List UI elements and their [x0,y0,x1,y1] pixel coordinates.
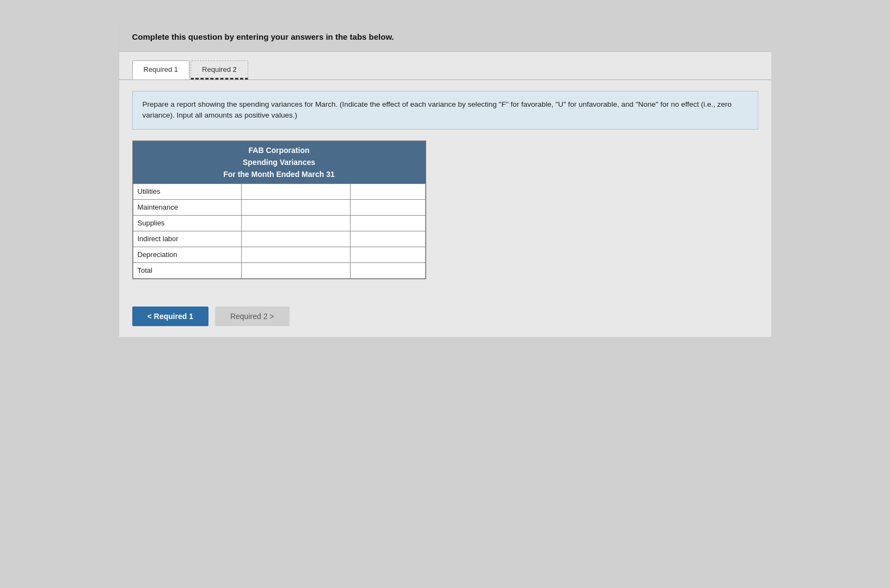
required2-button[interactable]: Required 2 [215,307,290,326]
maintenance-variance-cell[interactable] [351,199,425,215]
instruction-text: Complete this question by entering your … [132,32,758,41]
report-title1: FAB Corporation [133,144,426,156]
indirect-labor-amount-cell[interactable] [242,231,351,247]
indirect-labor-amount-input[interactable] [242,231,350,247]
report-header: FAB Corporation Spending Variances For t… [133,141,426,183]
report-table: Utilities Maintenance [133,183,426,279]
indirect-labor-variance-input[interactable] [351,231,425,247]
table-row: Maintenance [133,199,425,215]
report-table-wrapper: FAB Corporation Spending Variances For t… [132,140,426,279]
main-container: Complete this question by entering your … [119,22,772,338]
report-title3: For the Month Ended March 31 [133,168,426,180]
maintenance-variance-input[interactable] [351,200,425,215]
row-label-depreciation: Depreciation [133,247,242,262]
maintenance-amount-cell[interactable] [242,199,351,215]
supplies-variance-input[interactable] [351,216,425,231]
depreciation-variance-cell[interactable] [351,247,425,262]
total-amount-cell[interactable] [242,262,351,278]
supplies-amount-input[interactable] [242,216,350,231]
description-text: Prepare a report showing the spending va… [143,100,732,119]
supplies-amount-cell[interactable] [242,215,351,231]
depreciation-amount-input[interactable] [242,247,350,262]
required1-button[interactable]: Required 1 [132,307,208,326]
row-label-indirect-labor: Indirect labor [133,231,242,247]
content-area: Prepare a report showing the spending va… [119,80,771,337]
row-label-supplies: Supplies [133,215,242,231]
supplies-variance-cell[interactable] [351,215,425,231]
utilities-amount-input[interactable] [242,184,350,199]
total-variance-cell[interactable] [351,262,425,278]
tabs-row: Required 1 Required 2 [119,52,771,80]
report-title2: Spending Variances [133,156,426,168]
instruction-bar: Complete this question by entering your … [119,22,771,52]
row-label-maintenance: Maintenance [133,199,242,215]
utilities-amount-cell[interactable] [242,183,351,199]
table-row: Utilities [133,183,425,199]
description-box: Prepare a report showing the spending va… [132,91,758,130]
utilities-variance-input[interactable] [351,184,425,199]
maintenance-amount-input[interactable] [242,200,350,215]
total-amount-input[interactable] [242,263,350,278]
row-label-total: Total [133,262,242,278]
table-row: Indirect labor [133,231,425,247]
table-row: Depreciation [133,247,425,262]
nav-buttons: Required 1 Required 2 [132,307,758,326]
utilities-variance-cell[interactable] [351,183,425,199]
depreciation-variance-input[interactable] [351,247,425,262]
page-wrapper: Complete this question by entering your … [0,0,890,359]
row-label-utilities: Utilities [133,183,242,199]
indirect-labor-variance-cell[interactable] [351,231,425,247]
tab-required1[interactable]: Required 1 [132,60,190,79]
tab-required2[interactable]: Required 2 [191,60,248,79]
table-row: Supplies [133,215,425,231]
depreciation-amount-cell[interactable] [242,247,351,262]
table-row: Total [133,262,425,278]
total-variance-input[interactable] [351,263,425,278]
